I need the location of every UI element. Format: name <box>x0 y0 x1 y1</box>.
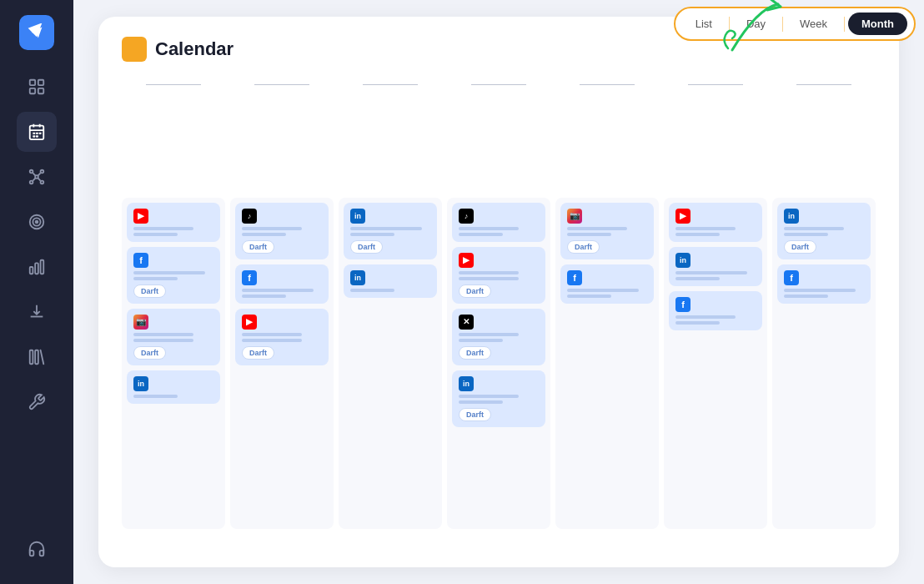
post-card-lines <box>133 395 213 398</box>
svg-rect-2 <box>30 88 35 93</box>
day-col-6: in Darft f <box>772 198 876 530</box>
youtube-icon: ▶ <box>459 253 474 268</box>
post-card-header: 📷 <box>133 315 213 330</box>
post-line <box>459 233 503 236</box>
post-card-header: f <box>567 270 647 285</box>
post-card[interactable]: in Darft <box>452 370 545 427</box>
sidebar-item-target[interactable] <box>17 202 57 242</box>
post-line <box>133 333 193 336</box>
day-header-0: —————— <box>122 75 225 193</box>
post-line <box>567 233 611 236</box>
sidebar-item-library[interactable] <box>17 337 57 377</box>
post-card-lines <box>675 227 756 236</box>
post-card-lines <box>133 227 213 236</box>
svg-rect-16 <box>30 350 33 365</box>
library-icon <box>28 348 46 366</box>
svg-point-6 <box>30 170 33 174</box>
post-line <box>242 289 314 292</box>
post-line <box>133 395 178 398</box>
post-card-lines <box>675 315 756 325</box>
post-card[interactable]: ▶ <box>669 203 762 242</box>
post-card-header: in <box>459 376 539 391</box>
post-card[interactable]: in <box>669 247 762 286</box>
post-line <box>459 271 519 274</box>
view-week-button[interactable]: Week <box>786 13 841 35</box>
day-header-4: —————— <box>555 75 659 193</box>
post-card-header: ▶ <box>242 315 322 330</box>
post-card[interactable]: in <box>344 264 437 298</box>
calendar-card: List Day Week Month Calendar <box>98 17 899 567</box>
post-line <box>784 227 844 230</box>
post-line <box>350 233 394 236</box>
post-card-lines <box>242 227 322 236</box>
post-card[interactable]: 📷 Darft <box>127 309 220 365</box>
day-col-4: 📷 Darft f <box>555 198 659 530</box>
draft-badge: Darft <box>242 240 274 254</box>
post-card-lines <box>459 333 539 342</box>
post-line <box>567 289 639 292</box>
post-card-header: f <box>675 297 756 312</box>
calendar-title: Calendar <box>122 37 234 62</box>
post-card[interactable]: f <box>777 264 871 304</box>
draft-badge: Darft <box>567 240 600 254</box>
tiktok-icon: ♪ <box>242 209 257 224</box>
post-line <box>675 271 747 274</box>
post-line <box>459 277 519 280</box>
sidebar-item-support[interactable] <box>17 529 57 569</box>
sidebar-item-network[interactable] <box>17 157 57 197</box>
sidebar-item-analytics[interactable] <box>17 247 57 287</box>
post-card[interactable]: ▶ Darft <box>452 247 545 304</box>
post-card-lines <box>784 289 864 298</box>
svg-rect-1 <box>38 80 43 85</box>
post-card-header: in <box>133 376 213 391</box>
view-month-button[interactable]: Month <box>848 13 907 35</box>
post-card[interactable]: ✕ Darft <box>452 309 545 365</box>
post-card[interactable]: f Darft <box>127 247 220 304</box>
day-header-2: —————— <box>339 75 442 193</box>
headset-icon <box>28 540 46 558</box>
facebook-icon: f <box>133 253 148 268</box>
app-logo[interactable] <box>19 15 54 50</box>
post-line <box>459 395 519 398</box>
youtube-icon: ▶ <box>242 315 257 330</box>
post-card[interactable]: in Darft <box>344 203 437 259</box>
post-card[interactable]: ▶ Darft <box>235 309 329 365</box>
calendar-icon <box>28 123 46 141</box>
post-card[interactable]: in Darft <box>777 203 871 259</box>
post-line <box>784 289 856 292</box>
day-col-0: ▶ f Darft <box>122 198 225 530</box>
post-card[interactable]: f <box>235 264 329 304</box>
svg-rect-0 <box>30 80 35 85</box>
facebook-icon: f <box>567 270 582 285</box>
post-card[interactable]: ♪ Darft <box>235 203 329 259</box>
post-card[interactable]: f <box>669 291 762 330</box>
post-line <box>459 339 503 342</box>
post-card[interactable]: 📷 Darft <box>560 203 654 259</box>
post-card-header: ▶ <box>675 209 756 224</box>
post-card[interactable]: f <box>560 264 654 304</box>
post-card[interactable]: in <box>127 370 220 404</box>
svg-point-8 <box>30 181 33 184</box>
sidebar-item-calendar[interactable] <box>17 112 57 152</box>
svg-point-7 <box>41 170 44 174</box>
post-line <box>784 233 828 236</box>
post-card[interactable]: ▶ <box>127 203 220 242</box>
svg-rect-13 <box>30 267 33 274</box>
sidebar-item-tools[interactable] <box>17 382 57 422</box>
sidebar-item-dashboard[interactable] <box>17 67 57 107</box>
draft-badge: Darft <box>133 346 166 360</box>
facebook-icon: f <box>784 270 799 285</box>
post-card-lines <box>133 271 213 280</box>
post-card[interactable]: ♪ <box>452 203 545 242</box>
post-card-header: f <box>242 270 322 285</box>
day-header-6: —————— <box>772 75 876 193</box>
page-title: Calendar <box>155 38 234 60</box>
post-card-header: f <box>133 253 213 268</box>
tiktok-icon: ♪ <box>459 209 474 224</box>
post-line <box>675 227 736 230</box>
divider-3 <box>844 17 845 32</box>
draft-badge: Darft <box>133 284 166 298</box>
sidebar-item-download[interactable] <box>17 292 57 332</box>
post-card-header: ▶ <box>459 253 539 268</box>
draft-badge: Darft <box>242 346 274 360</box>
